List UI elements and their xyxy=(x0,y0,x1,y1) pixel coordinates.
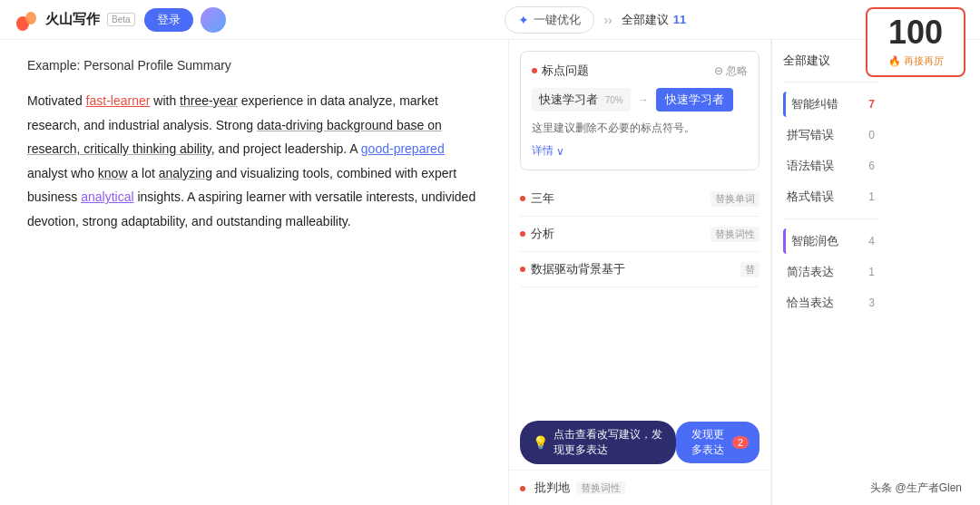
item-tag: 替换词性 xyxy=(710,227,760,242)
discover-count: 2 xyxy=(732,436,749,449)
sidebar-spelling[interactable]: 拼写错误 0 xyxy=(783,122,878,148)
score-box: 100 🔥 再接再厉 xyxy=(866,7,965,77)
smart-correction-count: 7 xyxy=(868,98,875,111)
divider2 xyxy=(783,219,878,219)
score-label: 🔥 再接再厉 xyxy=(877,54,955,68)
spelling-count: 0 xyxy=(868,129,875,141)
appropriate-count: 3 xyxy=(868,296,875,309)
comparison-row: 快速学习者 70% → 快速学习者 xyxy=(532,88,748,112)
highlight-good-prepared: good-prepared xyxy=(361,141,445,156)
item-label: 数据驱动背景基于 xyxy=(531,261,731,277)
dot-icon xyxy=(520,486,525,491)
highlight-know: know xyxy=(98,166,128,180)
sidebar-smart-correction[interactable]: 智能纠错 7 xyxy=(783,92,878,117)
score-text: 再接再厉 xyxy=(904,54,944,68)
original-label: 快速学习者 xyxy=(539,92,598,106)
card-detail-button[interactable]: 详情 ∨ xyxy=(532,143,748,159)
format-label: 格式错误 xyxy=(787,189,834,205)
bulb-icon: 💡 xyxy=(533,435,548,450)
fire-icon: 🔥 xyxy=(888,55,901,67)
concise-count: 1 xyxy=(868,266,875,278)
sidebar-all-suggestions[interactable]: 全部建议 11 xyxy=(783,49,878,73)
suggestion-card: 标点问题 ⊖ 忽略 快速学习者 70% → 快速学习者 这里建议删除不必要的标点… xyxy=(520,51,760,170)
doc-title: Example: Personal Profile Summary xyxy=(27,58,481,73)
smart-tone-count: 4 xyxy=(868,235,875,248)
header: 火山写作 Beta 登录 ✦ 一键优化 ›› 全部建议 11 xyxy=(0,0,980,40)
last-item-label: 批判地 xyxy=(534,481,570,494)
item-label: 三年 xyxy=(531,190,701,207)
item-tag: 替 xyxy=(740,262,760,277)
dot-icon xyxy=(520,231,525,237)
score-tag: 70% xyxy=(605,95,623,105)
tooltip-text: 点击查看改写建议，发现更多表达 xyxy=(554,427,663,458)
score-number: 100 xyxy=(877,15,955,51)
sidebar-format[interactable]: 格式错误 1 xyxy=(783,184,878,209)
list-item[interactable]: 分析 替换词性 xyxy=(520,217,760,252)
grammar-label: 语法错误 xyxy=(787,158,834,174)
list-item-tooltip[interactable]: 数据驱动背景基于 替 xyxy=(520,252,760,287)
doc-content: Motivated fast-learner with three-year e… xyxy=(27,89,481,234)
circle-minus-icon: ⊖ xyxy=(714,64,723,77)
appropriate-label: 恰当表达 xyxy=(787,295,834,311)
list-item[interactable]: 三年 替换单词 xyxy=(520,181,760,217)
editor-area[interactable]: Example: Personal Profile Summary Motiva… xyxy=(0,40,508,505)
highlight-analyzing: analyzing xyxy=(159,166,212,180)
highlight-three-year: three-year xyxy=(180,93,238,108)
optimize-button[interactable]: ✦ 一键优化 xyxy=(505,6,594,34)
header-center: ✦ 一键优化 ›› 全部建议 11 xyxy=(226,6,965,34)
original-text: 快速学习者 70% xyxy=(532,88,631,112)
tooltip-bar: 💡 点击查看改写建议，发现更多表达 发现更多表达 2 xyxy=(509,421,770,464)
item-label: 分析 xyxy=(531,226,701,242)
last-suggestion-item[interactable]: 批判地 替换词性 xyxy=(509,470,770,505)
highlight-analytical: analytical xyxy=(81,189,133,204)
suggestions-label: 全部建议 xyxy=(622,12,669,28)
card-type-label: 标点问题 xyxy=(542,63,589,79)
avatar-button[interactable] xyxy=(201,7,226,33)
chevron-down-icon: ∨ xyxy=(556,145,564,158)
tooltip-bubble: 💡 点击查看改写建议，发现更多表达 xyxy=(520,421,676,464)
item-tag: 替换单词 xyxy=(710,191,760,207)
detail-label: 详情 xyxy=(532,143,554,159)
suggested-text: 快速学习者 xyxy=(656,88,733,112)
dot-icon xyxy=(520,267,525,272)
chevron-right-icon: ›› xyxy=(603,13,612,27)
beta-badge: Beta xyxy=(107,13,135,26)
suggestions-count: 11 xyxy=(673,13,686,26)
logo-area: 火山写作 Beta xyxy=(15,7,135,33)
card-desc: 这里建议删除不必要的标点符号。 xyxy=(532,121,748,136)
sidebar-concise[interactable]: 简洁表达 1 xyxy=(783,259,878,285)
smart-tone-label: 智能润色 xyxy=(791,233,838,249)
all-suggestions-label: 全部建议 xyxy=(783,53,830,69)
format-count: 1 xyxy=(868,190,875,203)
discover-button[interactable]: 发现更多表达 2 xyxy=(676,422,760,463)
card-type: 标点问题 xyxy=(532,63,589,79)
dot-icon xyxy=(520,196,525,201)
sidebar-grammar[interactable]: 语法错误 6 xyxy=(783,153,878,179)
main-area: Example: Personal Profile Summary Motiva… xyxy=(0,40,980,505)
right-sidebar: 全部建议 11 智能纠错 7 拼写错误 0 语法错误 6 格式错误 1 智能润色… xyxy=(771,40,889,505)
card-header: 标点问题 ⊖ 忽略 xyxy=(532,63,748,79)
logo-icon xyxy=(15,7,40,33)
optimize-label: 一键优化 xyxy=(534,12,581,28)
logo-text: 火山写作 xyxy=(45,11,100,28)
arrow-right-icon: → xyxy=(638,93,649,106)
suggestions-badge: 全部建议 11 xyxy=(622,12,686,28)
last-item-tag: 替换词性 xyxy=(576,481,625,494)
discover-label: 发现更多表达 xyxy=(687,427,728,458)
grammar-count: 6 xyxy=(868,160,875,172)
sidebar-smart-tone[interactable]: 智能润色 4 xyxy=(783,228,878,254)
concise-label: 简洁表达 xyxy=(787,264,834,280)
suggestion-panel: 标点问题 ⊖ 忽略 快速学习者 70% → 快速学习者 这里建议删除不必要的标点… xyxy=(508,40,771,505)
smart-correction-label: 智能纠错 xyxy=(791,96,838,112)
ignore-label: 忽略 xyxy=(726,63,748,79)
svg-point-1 xyxy=(25,12,36,24)
dot-red-icon xyxy=(532,68,537,73)
watermark: 头条 @生产者Glen xyxy=(870,481,962,496)
spelling-label: 拼写错误 xyxy=(787,127,834,143)
sparkle-icon: ✦ xyxy=(518,13,529,27)
ignore-button[interactable]: ⊖ 忽略 xyxy=(714,63,748,79)
sidebar-appropriate[interactable]: 恰当表达 3 xyxy=(783,290,878,316)
highlight-fast-learner: fast-learner xyxy=(86,93,151,108)
login-button[interactable]: 登录 xyxy=(144,8,193,32)
divider xyxy=(783,82,878,83)
